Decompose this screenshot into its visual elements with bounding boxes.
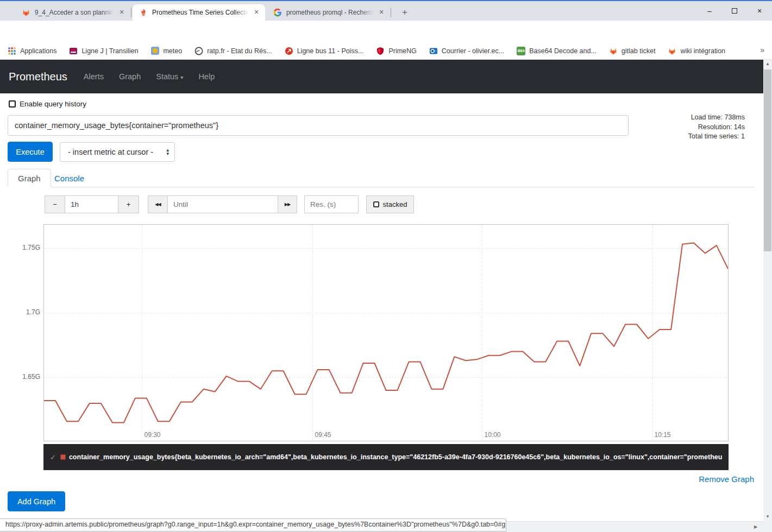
window-close-button[interactable]: × (747, 1, 772, 21)
until-input[interactable] (173, 200, 272, 208)
prometheus-navbar: Prometheus Alerts Graph Status▾ Help (0, 60, 763, 93)
window-minimize-button[interactable]: – (697, 1, 722, 21)
bookmark-label: Applications (20, 47, 57, 55)
stacked-checkbox[interactable] (373, 201, 379, 207)
browser-tab-prometheus[interactable]: Prometheus Time Series Collectio × (133, 4, 265, 21)
prometheus-favicon (139, 8, 148, 17)
add-graph-button[interactable]: Add Graph (8, 491, 65, 511)
chevron-down-icon: ▾ (180, 74, 183, 80)
chart-plot-area[interactable]: 09:3009:4510:0010:15 (43, 224, 729, 441)
tab-separator (131, 8, 131, 17)
y-tick-label: 1.65G (22, 373, 40, 381)
bookmarks-overflow-icon[interactable]: » (760, 46, 764, 54)
tab-console[interactable]: Console (45, 169, 94, 187)
stacked-label: stacked (383, 200, 407, 208)
query-history-label: Enable query history (20, 100, 86, 108)
tab-close-icon[interactable]: × (377, 8, 386, 17)
google-icon (273, 8, 282, 17)
series-color-swatch (60, 454, 66, 460)
bookmark-label: ratp.fr - Etat du Rés... (207, 47, 272, 55)
new-tab-button[interactable]: + (398, 7, 411, 20)
range-input[interactable] (71, 200, 112, 208)
nav-item-graph[interactable]: Graph (119, 72, 141, 81)
range-input-wrap (65, 195, 118, 213)
bookmarks-bar: Applications Ligne J | Transilien meteo … (0, 42, 772, 60)
bookmark-gitlab-ticket[interactable]: gitlab ticket (609, 47, 656, 55)
prometheus-brand[interactable]: Prometheus (9, 71, 67, 83)
bookmark-ligne-j[interactable]: Ligne J | Transilien (69, 47, 138, 55)
window-maximize-button[interactable] (722, 1, 747, 21)
scrollbar-corner (763, 521, 772, 532)
bookmark-ratp[interactable]: ratp.fr - Etat du Rés... (194, 47, 272, 55)
x-tick-label: 10:00 (485, 431, 501, 439)
resolution-input-wrap (304, 195, 359, 213)
panel-tabbar: Graph Console (8, 169, 755, 187)
time-back-button[interactable]: ◀◀ (148, 195, 168, 213)
x-tick-label: 09:45 (315, 431, 331, 439)
y-tick-label: 1.75G (22, 244, 40, 251)
apps-grid-icon (8, 47, 16, 55)
tab-close-icon[interactable]: × (252, 8, 261, 17)
bookmark-base64[interactable]: B64 Base64 Decode and... (517, 47, 597, 55)
sort-updown-icon: ▴▾ (166, 148, 169, 156)
vertical-scrollbar-thumb[interactable] (764, 69, 771, 251)
resolution-input[interactable] (310, 200, 353, 208)
bookmark-label: wiki intégration (680, 47, 725, 55)
bookmark-meteo[interactable]: meteo (150, 47, 182, 55)
scroll-right-icon[interactable]: ▶ (751, 523, 760, 531)
scroll-down-icon[interactable]: ▼ (763, 512, 772, 521)
ratp-icon (194, 47, 203, 55)
bookmark-label: Base64 Decode and... (529, 47, 597, 55)
nav-item-status[interactable]: Status▾ (156, 72, 183, 81)
browser-titlebar: 9_4_Acceder a son planning · Wiki × Prom… (0, 1, 772, 21)
until-input-wrap (167, 195, 278, 213)
bookmark-applications[interactable]: Applications (8, 47, 57, 55)
insert-metric-dropdown[interactable]: - insert metric at cursor - ▴▾ (60, 142, 175, 162)
tab-title: 9_4_Acceder a son planning · Wiki (35, 9, 114, 16)
nav-item-help[interactable]: Help (198, 72, 215, 81)
query-stats: Load time: 738ms Resolution: 14s Total t… (688, 113, 745, 142)
stacked-toggle[interactable]: stacked (366, 195, 414, 213)
vertical-scrollbar[interactable]: ▲ ▼ (763, 60, 772, 521)
bookmark-primeng[interactable]: PrimeNG (376, 47, 416, 55)
gitlab-icon (22, 8, 30, 17)
series-label[interactable]: container_memory_usage_bytes{beta_kubern… (69, 453, 722, 461)
browser-tab-google[interactable]: prometheus promql - Recherche × (267, 4, 390, 21)
execute-button[interactable]: Execute (8, 142, 53, 162)
y-axis-labels: 1.65G1.7G1.75G (0, 224, 41, 441)
range-increase-button[interactable]: + (118, 195, 139, 213)
tab-close-icon[interactable]: × (117, 8, 126, 17)
browser-tab-wiki[interactable]: 9_4_Acceder a son planning · Wiki × (15, 4, 130, 21)
bookmark-label: Courrier - olivier.ec... (442, 47, 504, 55)
y-tick-label: 1.7G (26, 308, 40, 316)
shield-icon (376, 47, 385, 55)
tab-title: prometheus promql - Recherche (286, 9, 374, 16)
load-time: Load time: 738ms (688, 113, 745, 123)
range-decrease-button[interactable]: − (45, 195, 65, 213)
bookmark-wiki-integration[interactable]: wiki intégration (668, 47, 725, 55)
bookmark-ligne-bus-11[interactable]: Ligne bus 11 - Poiss... (285, 47, 364, 55)
browser-toolbar: ← → ⟳ Non sécurisé proxy-admin.artemis.p… (0, 21, 772, 42)
sncf-icon (69, 47, 78, 55)
resolution: Resolution: 14s (688, 123, 745, 132)
memory-usage-chart (44, 225, 728, 441)
tab-separator (391, 8, 391, 17)
query-expression-input[interactable] (8, 115, 629, 136)
series-line (44, 243, 728, 422)
status-url-bubble: https://proxy-admin.artemis.public/prome… (0, 518, 506, 531)
nav-item-alerts[interactable]: Alerts (84, 72, 104, 81)
bookmark-label: PrimeNG (388, 47, 416, 55)
series-checkmark-icon[interactable]: ✓ (50, 453, 56, 461)
bus-line-icon (285, 47, 293, 55)
time-forward-button[interactable]: ▶▶ (278, 195, 297, 213)
query-history-checkbox[interactable] (9, 100, 16, 107)
remove-graph-link[interactable]: Remove Graph (699, 474, 754, 484)
chart-legend[interactable]: ✓ container_memory_usage_bytes{beta_kube… (43, 444, 729, 470)
sun-icon (150, 47, 159, 55)
bookmark-label: meteo (163, 47, 182, 55)
maximize-icon (732, 8, 737, 14)
page-content: Prometheus Alerts Graph Status▾ Help Ena… (0, 60, 763, 521)
scroll-up-icon[interactable]: ▲ (763, 60, 772, 68)
outlook-icon (429, 47, 438, 55)
bookmark-courrier[interactable]: Courrier - olivier.ec... (429, 47, 504, 55)
